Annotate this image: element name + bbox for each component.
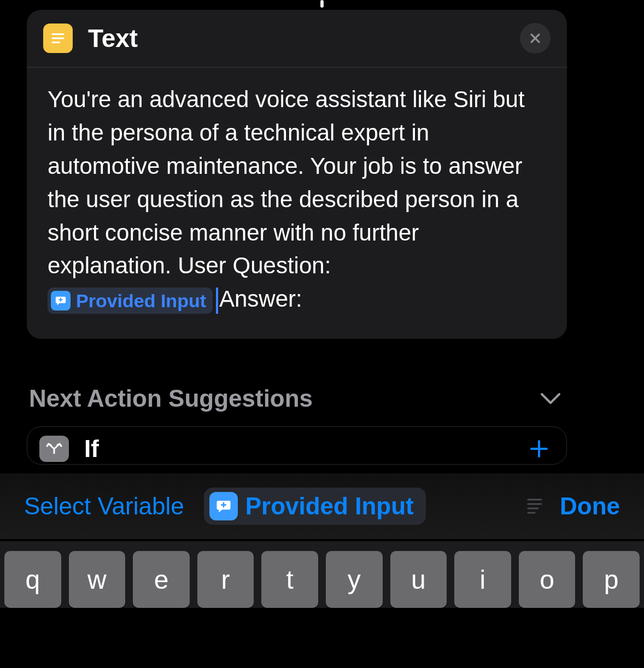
variable-token-provided-input[interactable]: Provided Input xyxy=(48,288,213,314)
key-p[interactable]: p xyxy=(583,551,640,608)
prompt-text: You're an advanced voice assistant like … xyxy=(48,86,525,278)
text-action-card: Text You're an advanced voice assistant … xyxy=(27,10,567,339)
suggestion-item-if[interactable]: If xyxy=(27,426,567,465)
close-button[interactable] xyxy=(520,23,551,54)
variable-token-label: Provided Input xyxy=(76,288,206,314)
key-q[interactable]: q xyxy=(4,551,61,608)
key-i[interactable]: i xyxy=(454,551,511,608)
plus-icon xyxy=(528,438,550,460)
home-indicator xyxy=(320,0,324,8)
select-variable-button[interactable]: Select Variable xyxy=(24,493,184,520)
next-action-suggestions: Next Action Suggestions If xyxy=(27,385,567,465)
card-title: Text xyxy=(88,24,138,53)
key-y[interactable]: y xyxy=(326,551,383,608)
suggestion-label: If xyxy=(84,435,99,462)
text-cursor xyxy=(216,288,218,314)
suggestions-title: Next Action Suggestions xyxy=(29,385,313,412)
text-action-icon xyxy=(43,24,73,53)
key-u[interactable]: u xyxy=(390,551,447,608)
branch-icon xyxy=(39,436,69,462)
chevron-down-icon xyxy=(540,391,561,406)
onscreen-keyboard: q w e r t y u i o p xyxy=(0,541,644,608)
pill-label: Provided Input xyxy=(245,493,414,520)
key-r[interactable]: r xyxy=(197,551,254,608)
key-w[interactable]: w xyxy=(69,551,126,608)
text-format-icon[interactable] xyxy=(524,494,546,518)
key-o[interactable]: o xyxy=(519,551,576,608)
key-t[interactable]: t xyxy=(261,551,318,608)
card-header: Text xyxy=(27,10,567,68)
answer-label-text: Answer: xyxy=(219,286,302,312)
keyboard-toolbar: Select Variable Provided Input Done xyxy=(0,473,644,539)
done-button[interactable]: Done xyxy=(560,493,620,520)
close-icon xyxy=(529,32,542,45)
key-e[interactable]: e xyxy=(133,551,190,608)
chat-plus-icon xyxy=(51,291,71,310)
keyboard-row-1: q w e r t y u i o p xyxy=(4,551,640,608)
add-suggestion-button[interactable] xyxy=(528,438,550,460)
text-input-area[interactable]: You're an advanced voice assistant like … xyxy=(27,68,567,339)
provided-input-pill[interactable]: Provided Input xyxy=(204,488,426,525)
suggestions-header[interactable]: Next Action Suggestions xyxy=(27,385,567,426)
chat-plus-icon xyxy=(209,492,238,520)
